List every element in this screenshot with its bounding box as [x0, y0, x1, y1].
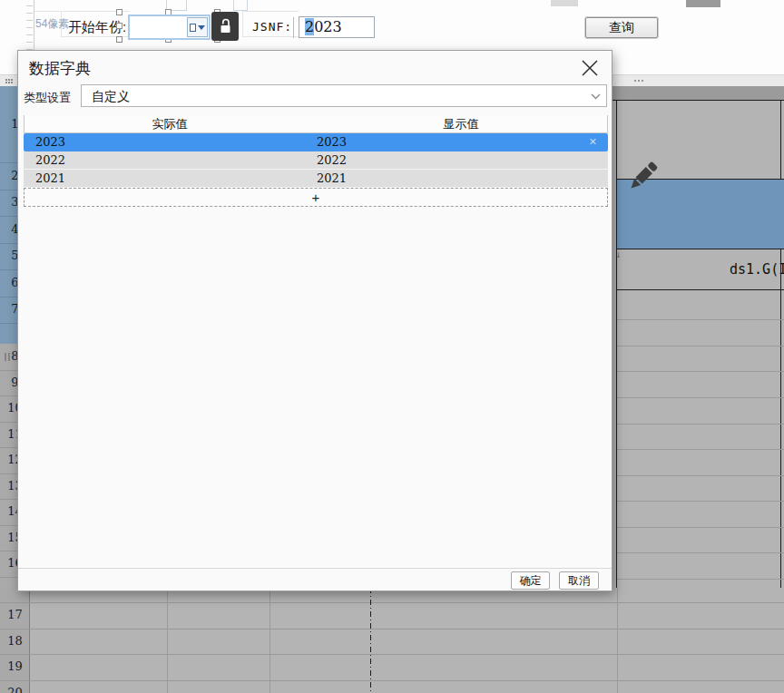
close-icon[interactable]	[579, 57, 601, 79]
pencil-edit-icon	[624, 155, 662, 197]
dict-table-rows: 20232023✕2022202220212021	[24, 133, 608, 188]
row-number[interactable]: 17	[0, 608, 30, 621]
row-number[interactable]: 18	[0, 634, 30, 648]
selection-handle[interactable]	[116, 23, 122, 29]
row-number: 13	[0, 479, 18, 493]
jsnf-value-rest: 023	[314, 18, 342, 35]
jsnf-input[interactable]: 2023	[299, 16, 375, 38]
clipped-toolbar-fragment	[551, 0, 578, 6]
data-dictionary-dialog: 数据字典 类型设置 自定义 实际值 显示值 20232023✕202220222…	[17, 50, 612, 591]
year-combobox[interactable]	[128, 15, 211, 40]
vertical-ruler	[34, 0, 34, 50]
type-setting-label: 类型设置	[24, 90, 71, 106]
row-number: 4	[0, 222, 18, 236]
cell-border-right	[780, 101, 781, 588]
cell-border-left	[616, 101, 617, 588]
cell-formula-text[interactable]: ds1.G(I	[730, 261, 784, 278]
pane-handle-dots-icon[interactable]	[5, 79, 7, 81]
display-value-cell[interactable]: 2023	[317, 135, 347, 149]
selection-handle[interactable]	[116, 9, 122, 15]
cancel-button[interactable]: 取消	[559, 571, 599, 590]
row-header-strip-selected: 1234567	[0, 86, 18, 344]
frozen-row-band	[612, 86, 784, 100]
actual-value-cell[interactable]: 2021	[35, 171, 65, 185]
jsnf-label: JSNF:	[252, 20, 292, 34]
column-header-display: 显示值	[315, 115, 607, 132]
row-number[interactable]: 19	[0, 659, 30, 673]
type-setting-select[interactable]: 自定义	[81, 84, 607, 107]
row-number: 7	[0, 302, 18, 316]
page-break-line	[370, 588, 371, 693]
row-number: 5	[0, 249, 18, 262]
row-number: 9	[0, 376, 18, 389]
combobox-dropdown-button[interactable]	[187, 17, 208, 37]
clipped-widget-fragment	[233, 0, 248, 11]
query-button[interactable]: 查询	[585, 17, 658, 38]
row-number: 10	[0, 401, 18, 415]
display-value-cell[interactable]: 2022	[317, 153, 347, 167]
unlock-button[interactable]	[211, 12, 239, 41]
row-number: 6	[0, 276, 18, 289]
row-number[interactable]: 20	[0, 686, 30, 693]
actual-value-cell[interactable]: 2022	[35, 153, 65, 167]
dropdown-arrow-icon	[198, 25, 205, 30]
selection-handle[interactable]	[116, 36, 122, 43]
column-header-actual: 实际值	[24, 115, 315, 132]
row-number: 1	[0, 117, 18, 131]
dict-table-row[interactable]: 20232023✕	[24, 133, 608, 151]
pane-handle-dots-icon[interactable]	[634, 80, 636, 82]
footer-separator	[18, 568, 612, 569]
type-setting-value: 自定义	[92, 89, 130, 105]
clipped-toolbar-fragment	[686, 0, 720, 7]
row-number: 2	[0, 169, 18, 182]
jsnf-selected-char: 2	[305, 18, 314, 35]
unlock-icon	[218, 18, 233, 34]
ok-button[interactable]: 确定	[511, 571, 550, 590]
cell-overflow-marker: ↓	[616, 249, 621, 259]
sheet-bottom-region: 17181920	[0, 588, 784, 693]
add-row-button[interactable]: +	[24, 188, 608, 207]
pixel-size-label: 54像素	[35, 16, 69, 32]
dict-table-header: 实际值 显示值	[24, 115, 608, 133]
dict-table-row[interactable]: 20212021	[24, 170, 608, 188]
dict-table-row[interactable]: 20222022	[24, 151, 608, 170]
row-number: 15	[0, 531, 18, 544]
dropdown-square-icon	[190, 24, 196, 32]
delete-row-icon[interactable]: ✕	[589, 136, 597, 148]
row-number: 16	[0, 556, 18, 570]
row-header-strip: 8910111213141516	[0, 344, 18, 591]
row-number: 12	[0, 453, 18, 466]
row-number: 11	[0, 427, 18, 441]
row-number: 3	[0, 195, 18, 209]
pane-splitter-icon[interactable]	[5, 353, 14, 362]
chevron-down-icon	[591, 93, 601, 100]
actual-value-cell[interactable]: 2023	[35, 135, 65, 149]
row-number: 14	[0, 504, 18, 518]
dialog-title: 数据字典	[29, 58, 91, 79]
display-value-cell[interactable]: 2021	[317, 171, 347, 185]
